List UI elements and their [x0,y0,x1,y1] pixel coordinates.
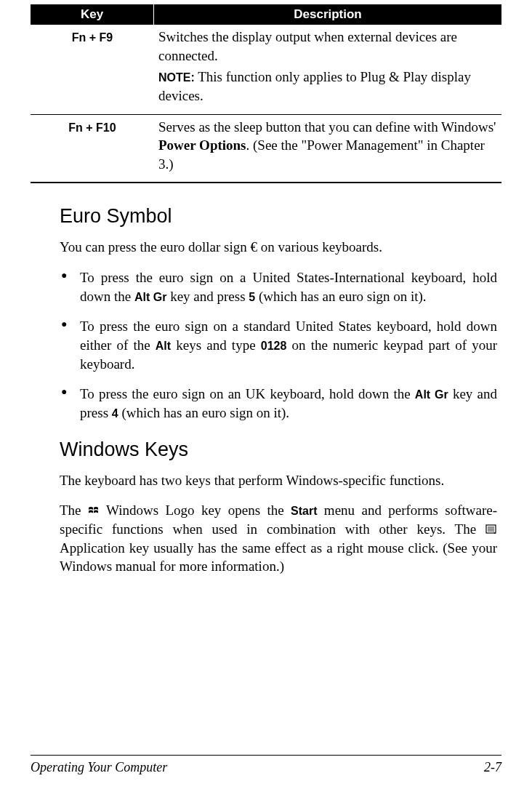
cell-description: Switches the display output when externa… [154,25,501,114]
table-row: Fn + F9 Switches the display output when… [31,25,501,115]
key-label: Alt [156,340,171,352]
key-label: 4 [112,407,118,420]
key-label: Start [291,505,317,517]
table-header-row: Key Description [31,4,501,25]
note-label: NOTE: [158,71,195,84]
euro-icon: € [250,239,257,255]
cell-key: Fn + F9 [31,25,154,114]
key-label: 0128 [261,340,287,352]
euro-intro: You can press the euro dollar sign € on … [60,238,497,257]
footer-title: Operating Your Computer [31,760,167,775]
key-label: Alt Gr [134,291,166,303]
heading-windows-keys: Windows Keys [60,438,497,461]
desc-note: NOTE: This function only applies to Plug… [158,68,497,105]
cell-description: Serves as the sleep button that you can … [154,115,501,183]
column-header-description: Description [154,4,501,25]
page-footer: Operating Your Computer 2-7 [31,755,501,775]
key-label: 5 [249,291,255,303]
application-key-icon [485,521,497,531]
winkeys-detail: The Windows Logo key opens the Start men… [60,501,497,576]
page-number: 2-7 [484,760,501,775]
table-row: Fn + F10 Serves as the sleep button that… [31,115,501,184]
key-label: Alt Gr [415,388,448,401]
power-options-label: Power Options [158,137,246,153]
list-item: To press the euro sign on a United State… [60,268,497,305]
desc-text: Serves as the sleep button that you can … [158,118,497,174]
cell-key: Fn + F10 [31,115,154,183]
page-content: Euro Symbol You can press the euro dolla… [60,205,497,575]
heading-euro-symbol: Euro Symbol [60,205,497,228]
euro-bullet-list: To press the euro sign on a United State… [60,268,497,422]
column-header-key: Key [31,4,154,25]
windows-logo-icon [88,502,100,512]
note-text: This function only applies to Plug & Pla… [158,69,471,103]
desc-text: Switches the display output when externa… [158,28,497,65]
winkeys-intro: The keyboard has two keys that perform W… [60,471,497,490]
list-item: To press the euro sign on an UK keyboard… [60,385,497,422]
list-item: To press the euro sign on a standard Uni… [60,317,497,373]
hotkey-table: Key Description Fn + F9 Switches the dis… [31,4,501,183]
